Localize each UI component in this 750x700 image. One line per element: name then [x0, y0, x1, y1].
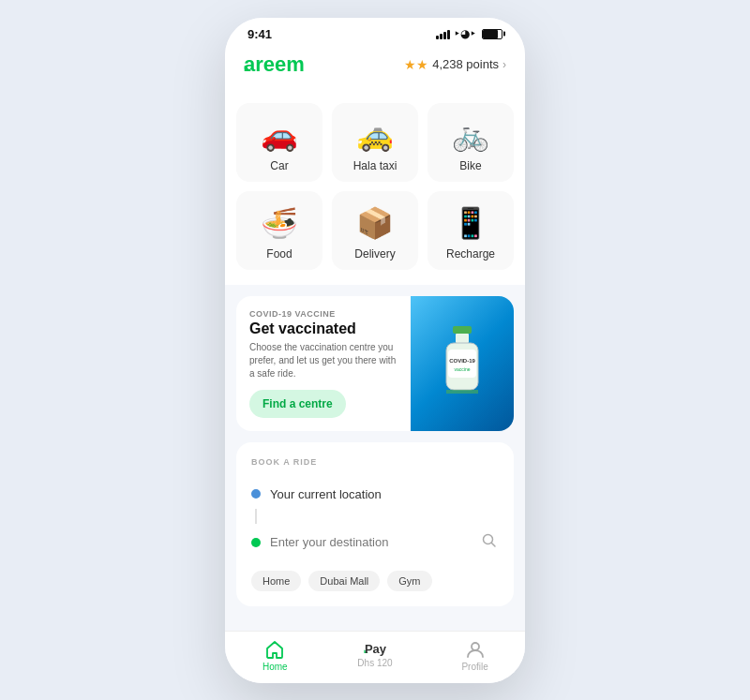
search-icon — [482, 533, 497, 548]
profile-icon — [465, 639, 486, 660]
car-icon: 🚗 — [261, 116, 298, 154]
bottom-nav: Home 𝅊 Pay Dhs 120 Profile — [225, 631, 525, 683]
points-badge[interactable]: ★★ 4,238 points › — [404, 57, 506, 72]
nav-pay[interactable]: 𝅊 Pay Dhs 120 — [347, 642, 403, 668]
quick-destinations: Home Dubai Mall Gym — [251, 571, 499, 591]
service-recharge[interactable]: 📱 Recharge — [428, 191, 514, 270]
search-button[interactable] — [480, 531, 499, 554]
route-line — [255, 509, 257, 524]
current-location-row — [251, 480, 499, 509]
nav-pay-sublabel: Dhs 120 — [357, 658, 392, 668]
scroll-content: 🚗 Car 🚕 Hala taxi 🚲 Bike 🍜 Food 📦 — [225, 88, 525, 683]
svg-rect-6 — [446, 390, 478, 394]
hala-taxi-icon: 🚕 — [356, 116, 394, 154]
header: 𝅊areem ★★ 4,238 points › — [225, 45, 525, 88]
vaccine-content: COVID-19 VACCINE Get vaccinated Choose t… — [236, 296, 411, 431]
dest-home[interactable]: Home — [251, 571, 301, 591]
status-icons: ‣◕‣ — [436, 27, 502, 40]
service-car[interactable]: 🚗 Car — [236, 103, 322, 182]
food-icon: 🍜 — [261, 204, 298, 242]
svg-text:vaccine: vaccine — [455, 366, 471, 372]
svg-line-8 — [492, 543, 496, 546]
careem-pay-text: Pay — [365, 642, 386, 656]
service-hala-taxi-label: Hala taxi — [353, 159, 398, 172]
wifi-icon: ‣◕‣ — [454, 27, 476, 40]
service-food[interactable]: 🍜 Food — [236, 191, 322, 270]
app-logo: 𝅊areem — [244, 52, 305, 77]
bike-icon: 🚲 — [452, 116, 489, 154]
vaccine-description: Choose the vaccination centre you prefer… — [249, 341, 398, 380]
destination-input[interactable] — [270, 535, 471, 549]
nav-profile-label: Profile — [461, 662, 488, 672]
current-location-dot — [251, 489, 261, 499]
points-text: 4,238 points — [432, 57, 499, 71]
destination-row — [251, 524, 499, 561]
nav-profile[interactable]: Profile — [447, 639, 503, 672]
svg-rect-3 — [448, 350, 476, 378]
points-icon: ★★ — [404, 57, 428, 72]
vaccine-image: COVID-19 vaccine — [411, 296, 514, 431]
find-centre-button[interactable]: Find a centre — [249, 390, 346, 418]
service-hala-taxi[interactable]: 🚕 Hala taxi — [332, 103, 418, 182]
svg-point-9 — [472, 643, 479, 650]
services-card: 🚗 Car 🚕 Hala taxi 🚲 Bike 🍜 Food 📦 — [225, 88, 525, 285]
svg-rect-1 — [456, 334, 469, 343]
status-time: 9:41 — [248, 27, 272, 41]
nav-home[interactable]: Home — [247, 639, 303, 672]
current-location-input[interactable] — [270, 487, 499, 501]
signal-icon — [436, 28, 450, 39]
service-delivery-label: Delivery — [354, 247, 395, 261]
ride-section-label: BOOK A RIDE — [251, 457, 499, 467]
service-delivery[interactable]: 📦 Delivery — [332, 191, 418, 270]
nav-home-label: Home — [262, 662, 288, 672]
battery-icon — [482, 29, 502, 39]
dest-gym[interactable]: Gym — [387, 571, 431, 591]
ride-card: BOOK A RIDE — [236, 442, 514, 606]
dest-dubai-mall[interactable]: Dubai Mall — [308, 571, 380, 591]
service-bike[interactable]: 🚲 Bike — [428, 103, 514, 182]
home-icon — [264, 639, 285, 660]
vaccine-bottle-svg: COVID-19 vaccine — [429, 321, 495, 406]
service-recharge-label: Recharge — [446, 247, 495, 261]
service-bike-label: Bike — [459, 159, 481, 172]
service-car-label: Car — [270, 159, 288, 172]
vaccine-tag: COVID-19 VACCINE — [249, 309, 398, 319]
status-bar: 9:41 ‣◕‣ — [225, 18, 525, 45]
ride-input-group — [251, 480, 499, 561]
points-arrow-icon: › — [502, 58, 506, 71]
vaccine-title: Get vaccinated — [249, 320, 398, 337]
recharge-icon: 📱 — [452, 204, 489, 242]
vaccine-card: COVID-19 VACCINE Get vaccinated Choose t… — [236, 296, 514, 431]
svg-rect-0 — [453, 326, 472, 334]
phone-shell: 9:41 ‣◕‣ 𝅊areem ★★ 4,238 points › — [225, 18, 525, 683]
svg-text:COVID-19: COVID-19 — [449, 358, 475, 364]
destination-dot — [251, 538, 261, 547]
services-grid: 🚗 Car 🚕 Hala taxi 🚲 Bike 🍜 Food 📦 — [236, 103, 514, 270]
service-food-label: Food — [266, 247, 292, 261]
delivery-icon: 📦 — [356, 204, 394, 242]
